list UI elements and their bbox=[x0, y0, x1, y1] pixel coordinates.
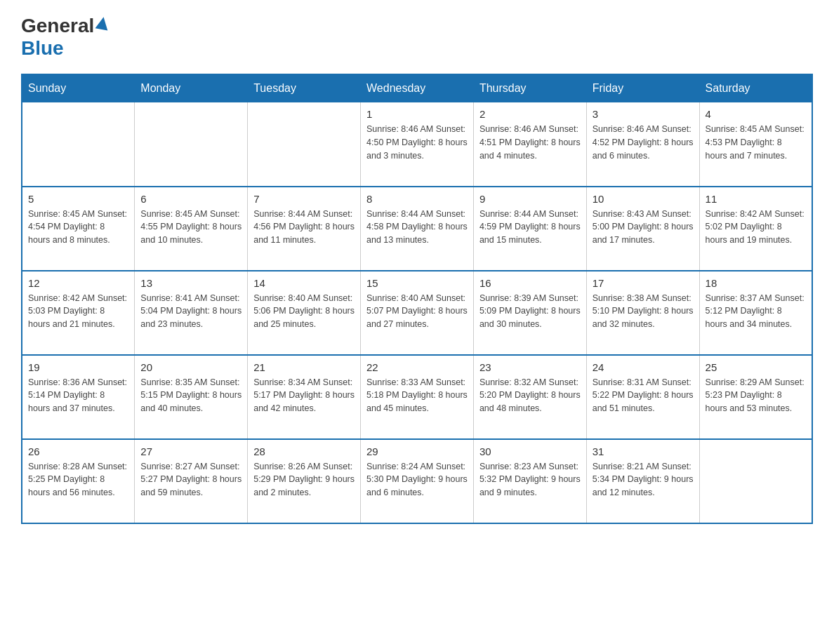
day-info: Sunrise: 8:42 AM Sunset: 5:02 PM Dayligh… bbox=[706, 208, 806, 247]
calendar-day-cell: 19Sunrise: 8:36 AM Sunset: 5:14 PM Dayli… bbox=[22, 355, 135, 439]
day-info: Sunrise: 8:35 AM Sunset: 5:15 PM Dayligh… bbox=[140, 376, 241, 415]
page-header: General Blue bbox=[21, 14, 813, 60]
calendar-day-cell: 13Sunrise: 8:41 AM Sunset: 5:04 PM Dayli… bbox=[135, 271, 248, 355]
day-number: 23 bbox=[479, 361, 581, 373]
weekday-header-friday: Friday bbox=[586, 74, 699, 102]
weekday-header-saturday: Saturday bbox=[699, 74, 812, 102]
calendar-day-cell: 14Sunrise: 8:40 AM Sunset: 5:06 PM Dayli… bbox=[248, 271, 361, 355]
calendar-week-row: 26Sunrise: 8:28 AM Sunset: 5:25 PM Dayli… bbox=[22, 439, 812, 523]
calendar-day-cell: 18Sunrise: 8:37 AM Sunset: 5:12 PM Dayli… bbox=[699, 271, 812, 355]
day-number: 15 bbox=[366, 277, 468, 289]
day-number: 19 bbox=[28, 361, 128, 373]
calendar-day-cell: 5Sunrise: 8:45 AM Sunset: 4:54 PM Daylig… bbox=[22, 187, 135, 271]
logo: General Blue bbox=[21, 14, 109, 60]
day-info: Sunrise: 8:37 AM Sunset: 5:12 PM Dayligh… bbox=[706, 292, 806, 331]
day-info: Sunrise: 8:44 AM Sunset: 4:58 PM Dayligh… bbox=[366, 208, 468, 247]
day-number: 14 bbox=[253, 277, 355, 289]
calendar-day-cell: 27Sunrise: 8:27 AM Sunset: 5:27 PM Dayli… bbox=[135, 439, 248, 523]
day-info: Sunrise: 8:27 AM Sunset: 5:27 PM Dayligh… bbox=[140, 460, 241, 499]
calendar-header: SundayMondayTuesdayWednesdayThursdayFrid… bbox=[22, 74, 812, 102]
day-number: 13 bbox=[140, 277, 241, 289]
weekday-header-sunday: Sunday bbox=[22, 74, 135, 102]
day-number: 30 bbox=[479, 445, 581, 457]
calendar-day-cell: 15Sunrise: 8:40 AM Sunset: 5:07 PM Dayli… bbox=[361, 271, 474, 355]
day-number: 2 bbox=[479, 108, 581, 120]
day-info: Sunrise: 8:46 AM Sunset: 4:50 PM Dayligh… bbox=[366, 123, 468, 162]
day-number: 6 bbox=[140, 193, 241, 205]
calendar-day-cell: 7Sunrise: 8:44 AM Sunset: 4:56 PM Daylig… bbox=[248, 187, 361, 271]
calendar-day-cell: 31Sunrise: 8:21 AM Sunset: 5:34 PM Dayli… bbox=[586, 439, 699, 523]
calendar-day-cell: 4Sunrise: 8:45 AM Sunset: 4:53 PM Daylig… bbox=[699, 102, 812, 187]
day-number: 5 bbox=[28, 193, 128, 205]
day-info: Sunrise: 8:46 AM Sunset: 4:52 PM Dayligh… bbox=[593, 123, 694, 162]
day-number: 31 bbox=[593, 445, 694, 457]
day-number: 11 bbox=[706, 193, 806, 205]
calendar-day-cell: 26Sunrise: 8:28 AM Sunset: 5:25 PM Dayli… bbox=[22, 439, 135, 523]
day-number: 26 bbox=[28, 445, 128, 457]
calendar-day-cell: 22Sunrise: 8:33 AM Sunset: 5:18 PM Dayli… bbox=[361, 355, 474, 439]
calendar-day-cell: 8Sunrise: 8:44 AM Sunset: 4:58 PM Daylig… bbox=[361, 187, 474, 271]
day-info: Sunrise: 8:21 AM Sunset: 5:34 PM Dayligh… bbox=[593, 460, 694, 499]
logo-triangle-icon bbox=[95, 15, 110, 30]
calendar-day-cell: 3Sunrise: 8:46 AM Sunset: 4:52 PM Daylig… bbox=[586, 102, 699, 187]
day-info: Sunrise: 8:33 AM Sunset: 5:18 PM Dayligh… bbox=[366, 376, 468, 415]
day-info: Sunrise: 8:40 AM Sunset: 5:06 PM Dayligh… bbox=[253, 292, 355, 331]
calendar-week-row: 12Sunrise: 8:42 AM Sunset: 5:03 PM Dayli… bbox=[22, 271, 812, 355]
day-info: Sunrise: 8:43 AM Sunset: 5:00 PM Dayligh… bbox=[593, 208, 694, 247]
day-number: 27 bbox=[140, 445, 241, 457]
weekday-header-row: SundayMondayTuesdayWednesdayThursdayFrid… bbox=[22, 74, 812, 102]
weekday-header-thursday: Thursday bbox=[473, 74, 586, 102]
day-number: 16 bbox=[479, 277, 581, 289]
calendar-week-row: 1Sunrise: 8:46 AM Sunset: 4:50 PM Daylig… bbox=[22, 102, 812, 187]
calendar-day-cell: 30Sunrise: 8:23 AM Sunset: 5:32 PM Dayli… bbox=[473, 439, 586, 523]
day-number: 29 bbox=[366, 445, 468, 457]
calendar-day-cell: 24Sunrise: 8:31 AM Sunset: 5:22 PM Dayli… bbox=[586, 355, 699, 439]
day-number: 25 bbox=[706, 361, 806, 373]
weekday-header-tuesday: Tuesday bbox=[248, 74, 361, 102]
day-info: Sunrise: 8:39 AM Sunset: 5:09 PM Dayligh… bbox=[479, 292, 581, 331]
day-info: Sunrise: 8:45 AM Sunset: 4:55 PM Dayligh… bbox=[140, 208, 241, 247]
day-number: 4 bbox=[706, 108, 806, 120]
day-info: Sunrise: 8:23 AM Sunset: 5:32 PM Dayligh… bbox=[479, 460, 581, 499]
calendar-day-cell: 10Sunrise: 8:43 AM Sunset: 5:00 PM Dayli… bbox=[586, 187, 699, 271]
calendar-day-cell bbox=[248, 102, 361, 187]
day-number: 7 bbox=[253, 193, 355, 205]
day-info: Sunrise: 8:38 AM Sunset: 5:10 PM Dayligh… bbox=[593, 292, 694, 331]
calendar-day-cell: 29Sunrise: 8:24 AM Sunset: 5:30 PM Dayli… bbox=[361, 439, 474, 523]
calendar-day-cell: 23Sunrise: 8:32 AM Sunset: 5:20 PM Dayli… bbox=[473, 355, 586, 439]
day-info: Sunrise: 8:31 AM Sunset: 5:22 PM Dayligh… bbox=[593, 376, 694, 415]
day-number: 10 bbox=[593, 193, 694, 205]
calendar-day-cell: 9Sunrise: 8:44 AM Sunset: 4:59 PM Daylig… bbox=[473, 187, 586, 271]
logo-blue-text: Blue bbox=[21, 36, 64, 60]
calendar-day-cell bbox=[135, 102, 248, 187]
calendar-day-cell: 28Sunrise: 8:26 AM Sunset: 5:29 PM Dayli… bbox=[248, 439, 361, 523]
calendar-day-cell: 1Sunrise: 8:46 AM Sunset: 4:50 PM Daylig… bbox=[361, 102, 474, 187]
calendar-week-row: 5Sunrise: 8:45 AM Sunset: 4:54 PM Daylig… bbox=[22, 187, 812, 271]
day-info: Sunrise: 8:24 AM Sunset: 5:30 PM Dayligh… bbox=[366, 460, 468, 499]
day-info: Sunrise: 8:44 AM Sunset: 4:56 PM Dayligh… bbox=[253, 208, 355, 247]
day-number: 17 bbox=[593, 277, 694, 289]
day-number: 9 bbox=[479, 193, 581, 205]
calendar-day-cell: 12Sunrise: 8:42 AM Sunset: 5:03 PM Dayli… bbox=[22, 271, 135, 355]
day-number: 24 bbox=[593, 361, 694, 373]
day-info: Sunrise: 8:42 AM Sunset: 5:03 PM Dayligh… bbox=[28, 292, 128, 331]
calendar-day-cell: 11Sunrise: 8:42 AM Sunset: 5:02 PM Dayli… bbox=[699, 187, 812, 271]
day-info: Sunrise: 8:34 AM Sunset: 5:17 PM Dayligh… bbox=[253, 376, 355, 415]
day-number: 28 bbox=[253, 445, 355, 457]
day-number: 1 bbox=[366, 108, 468, 120]
calendar-day-cell: 17Sunrise: 8:38 AM Sunset: 5:10 PM Dayli… bbox=[586, 271, 699, 355]
day-info: Sunrise: 8:28 AM Sunset: 5:25 PM Dayligh… bbox=[28, 460, 128, 499]
calendar-day-cell: 21Sunrise: 8:34 AM Sunset: 5:17 PM Dayli… bbox=[248, 355, 361, 439]
calendar-day-cell: 6Sunrise: 8:45 AM Sunset: 4:55 PM Daylig… bbox=[135, 187, 248, 271]
day-info: Sunrise: 8:29 AM Sunset: 5:23 PM Dayligh… bbox=[706, 376, 806, 415]
weekday-header-monday: Monday bbox=[135, 74, 248, 102]
calendar-day-cell: 2Sunrise: 8:46 AM Sunset: 4:51 PM Daylig… bbox=[473, 102, 586, 187]
day-info: Sunrise: 8:26 AM Sunset: 5:29 PM Dayligh… bbox=[253, 460, 355, 499]
weekday-header-wednesday: Wednesday bbox=[361, 74, 474, 102]
calendar-day-cell bbox=[22, 102, 135, 187]
calendar-day-cell: 16Sunrise: 8:39 AM Sunset: 5:09 PM Dayli… bbox=[473, 271, 586, 355]
calendar-week-row: 19Sunrise: 8:36 AM Sunset: 5:14 PM Dayli… bbox=[22, 355, 812, 439]
calendar-day-cell: 25Sunrise: 8:29 AM Sunset: 5:23 PM Dayli… bbox=[699, 355, 812, 439]
day-info: Sunrise: 8:41 AM Sunset: 5:04 PM Dayligh… bbox=[140, 292, 241, 331]
day-number: 18 bbox=[706, 277, 806, 289]
